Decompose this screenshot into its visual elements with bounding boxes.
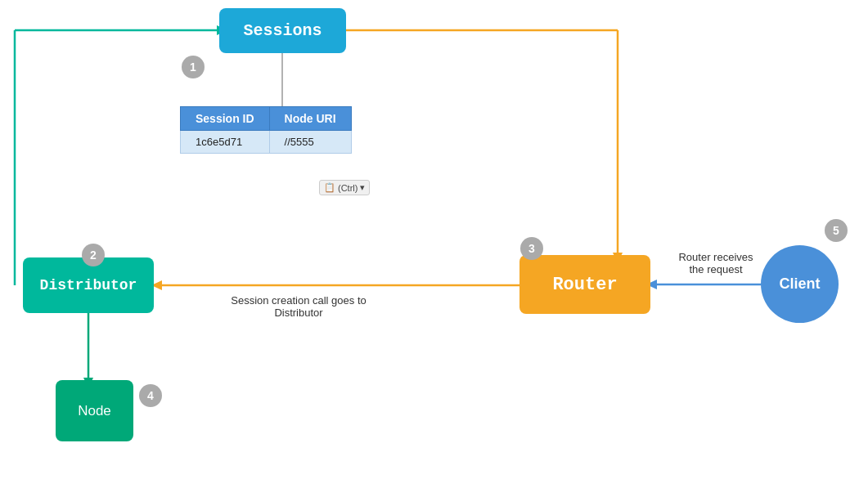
cell-session-id: 1c6e5d71 bbox=[181, 131, 270, 154]
badge-1: 1 bbox=[182, 56, 205, 78]
client-circle: Client bbox=[761, 245, 839, 323]
session-creation-label: Session creation call goes to Distributo… bbox=[217, 294, 380, 319]
col-node-uri: Node URI bbox=[269, 107, 351, 131]
router-box: Router bbox=[519, 255, 650, 314]
node-box: Node bbox=[56, 380, 133, 441]
clipboard-label: (Ctrl) bbox=[338, 183, 358, 193]
badge-4: 4 bbox=[139, 384, 162, 407]
col-session-id: Session ID bbox=[181, 107, 270, 131]
chevron-down-icon: ▾ bbox=[360, 182, 365, 193]
sessions-label: Sessions bbox=[243, 21, 322, 40]
table-row: 1c6e5d71 //5555 bbox=[181, 131, 352, 154]
cell-node-uri: //5555 bbox=[269, 131, 351, 154]
badge-5: 5 bbox=[825, 219, 848, 242]
client-label: Client bbox=[779, 275, 820, 293]
node-label: Node bbox=[78, 403, 111, 419]
badge-2: 2 bbox=[82, 244, 105, 266]
clipboard-hint[interactable]: 📋 (Ctrl) ▾ bbox=[319, 180, 370, 195]
clipboard-icon: 📋 bbox=[324, 182, 335, 193]
distributor-box: Distributor bbox=[23, 257, 154, 313]
sessions-box: Sessions bbox=[219, 8, 346, 53]
distributor-label: Distributor bbox=[40, 277, 137, 293]
diagram-container: Sessions Session ID Node URI 1c6e5d71 //… bbox=[0, 0, 868, 479]
badge-3: 3 bbox=[520, 237, 543, 260]
router-receives-label: Router receives the request bbox=[671, 251, 761, 275]
router-label: Router bbox=[552, 275, 617, 295]
sessions-table: Session ID Node URI 1c6e5d71 //5555 bbox=[180, 106, 352, 154]
